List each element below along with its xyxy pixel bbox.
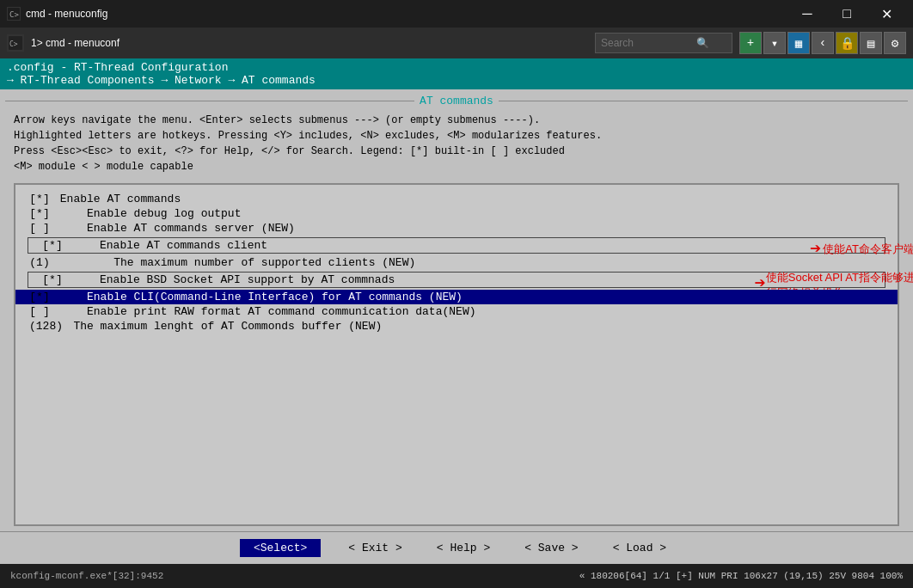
menu-text-6: Enable CLI(Command-Line Interface) for A… (53, 291, 463, 303)
tab-icon: C> (7, 34, 24, 52)
search-icon: 🔍 (695, 36, 709, 50)
breadcrumb-config: .config - RT-Thread Configuration (7, 61, 228, 74)
load-button[interactable]: < Load > (606, 539, 673, 557)
at-header: AT commands (0, 89, 913, 109)
status-bar: kconfig-mconf.exe*[32]:9452 « 180206[64]… (0, 564, 913, 588)
menu-text-1: Enable debug log output (53, 207, 241, 220)
search-input[interactable] (601, 37, 695, 49)
help-line2: Highlighted letters are hotkeys. Pressin… (14, 128, 899, 144)
menu-text-3: Enable AT commands client (66, 239, 267, 252)
close-button[interactable]: ✕ (867, 0, 906, 28)
breadcrumb-path: → RT-Thread Components → Network → AT co… (7, 74, 316, 87)
menu-item-8[interactable]: (128) The maximum lenght of AT Commonds … (15, 319, 898, 334)
menu-item-5-wrapper: [*] Enable BSD Socket API support by AT … (15, 272, 898, 288)
menu-text-0: Enable AT commands (53, 193, 181, 205)
checkbox-3: [*] (42, 239, 63, 252)
svg-text:C>: C> (9, 40, 18, 48)
checkbox-2: [ ] (29, 222, 50, 235)
menu-item-1[interactable]: [*] Enable debug log output (15, 206, 898, 221)
status-left: kconfig-mconf.exe*[32]:9452 (10, 571, 566, 581)
svg-text:C>: C> (9, 10, 19, 19)
save-button[interactable]: < Save > (518, 539, 585, 557)
exit-button[interactable]: < Exit > (341, 539, 408, 557)
menu-text-7: Enable print RAW format AT command commu… (53, 305, 475, 318)
menu-item-7[interactable]: [ ] Enable print RAW format AT command c… (15, 304, 898, 319)
tab-bar: C> 1> cmd - menuconf 🔍 + ▾ ▦ ‹ 🔒 ▤ ⚙ (0, 28, 913, 58)
bottom-nav: <Select> < Exit > < Help > < Save > < Lo… (0, 531, 913, 564)
checkbox-7: [ ] (29, 305, 50, 318)
title-bar: C> cmd - menuconfig ─ □ ✕ (0, 0, 913, 28)
checkbox-5: [*] (42, 273, 63, 286)
toolbar-icons: + ▾ ▦ ‹ 🔒 ▤ ⚙ (739, 32, 906, 54)
view-button[interactable]: ▦ (787, 32, 810, 54)
window-title: cmd - menuconfig (26, 8, 787, 20)
menu-item-0[interactable]: [*] Enable AT commands (15, 192, 898, 206)
menu-item-6[interactable]: [*] Enable CLI(Command-Line Interface) f… (15, 290, 898, 304)
search-box: 🔍 (595, 33, 732, 53)
menu-text-5: Enable BSD Socket API support by AT comm… (66, 273, 395, 286)
help-text: Arrow keys navigate the menu. <Enter> se… (0, 109, 913, 178)
panel-button[interactable]: ▤ (860, 32, 882, 54)
annotation-text-5a: 使能Socket API AT指令能够进 (766, 270, 913, 285)
status-right: « 180206[64] 1/1 [+] NUM PRI 106x27 (19,… (579, 571, 903, 581)
checkbox-1: [*] (29, 207, 50, 220)
content-area: AT commands Arrow keys navigate the menu… (0, 89, 913, 564)
dropdown-arrow[interactable]: ▾ (763, 32, 786, 54)
help-line4: <M> module < > module capable (14, 159, 899, 175)
minimize-button[interactable]: ─ (787, 0, 827, 28)
menu-item-3[interactable]: [*] Enable AT commands client (28, 237, 885, 254)
checkbox-8: (128) (29, 320, 50, 333)
menu-item-2[interactable]: [ ] Enable AT commands server (NEW) (15, 221, 898, 236)
settings-button[interactable]: ⚙ (884, 32, 906, 54)
menu-text-8: The maximum lenght of AT Commonds buffer… (53, 320, 382, 333)
checkbox-0: [*] (29, 193, 50, 205)
menu-box: [*] Enable AT commands [*] Enable debug … (14, 183, 899, 526)
tab-label[interactable]: 1> cmd - menuconf (31, 37, 591, 49)
help-line1: Arrow keys navigate the menu. <Enter> se… (14, 113, 899, 128)
main-window: .config - RT-Thread Configuration → RT-T… (0, 58, 913, 564)
window-controls: ─ □ ✕ (787, 0, 906, 28)
maximize-button[interactable]: □ (827, 0, 867, 28)
menu-item-3-wrapper: [*] Enable AT commands client ➔ 使能AT命令客户… (15, 237, 898, 254)
menu-text-4: The maximum number of supported clients … (53, 256, 415, 269)
menu-item-4[interactable]: (1) The maximum number of supported clie… (15, 255, 898, 270)
add-button[interactable]: + (739, 32, 762, 54)
lock-button[interactable]: 🔒 (836, 32, 858, 54)
menu-wrapper: [*] Enable AT commands [*] Enable debug … (15, 192, 898, 334)
at-header-title: AT commands (420, 95, 493, 107)
checkbox-4: (1) (29, 256, 50, 269)
help-button[interactable]: < Help > (430, 539, 497, 557)
checkbox-6: [*] (29, 291, 50, 303)
select-button[interactable]: <Select> (240, 539, 321, 557)
help-line3: Press <Esc><Esc> to exit, <?> for Help, … (14, 144, 899, 159)
menu-text-2: Enable AT commands server (NEW) (53, 222, 295, 235)
arrow-left[interactable]: ‹ (812, 32, 834, 54)
breadcrumb-bar: .config - RT-Thread Configuration → RT-T… (0, 58, 913, 89)
app-icon: C> (7, 7, 21, 21)
